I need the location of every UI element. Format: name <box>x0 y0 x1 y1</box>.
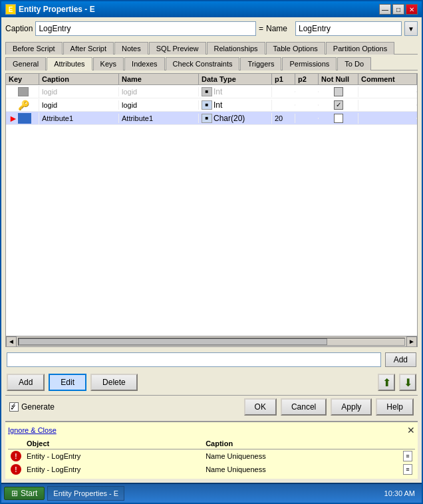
generate-checkbox[interactable]: ✓ <box>9 402 19 412</box>
move-down-button[interactable]: ⬇ <box>399 374 416 391</box>
ok-button[interactable]: OK <box>244 398 277 416</box>
warnings-col-caption: Caption <box>203 438 400 449</box>
close-button[interactable]: ✕ <box>406 4 418 15</box>
tabs-row2: General Attributes Keys Indexes Check Co… <box>5 57 418 70</box>
taskbar-item[interactable]: Entity Properties - E <box>47 486 124 501</box>
warning-row1-caption: Name Uniqueness <box>203 449 400 463</box>
inline-add-button[interactable]: Add <box>385 352 416 367</box>
add-button[interactable]: Add <box>7 374 45 391</box>
row3-key-cell <box>18 113 31 124</box>
window-icon: E <box>5 4 16 15</box>
row1-name: logid <box>119 87 199 96</box>
window-body: Caption = Name ▼ Before Script After Scr… <box>1 17 422 483</box>
header-datatype: Data Type <box>199 74 272 84</box>
row1-type: ■ Int <box>199 86 272 97</box>
warning-row1-object: Entity - LogEntry <box>24 449 203 463</box>
warning-row2-caption: Name Uniqueness <box>203 463 400 476</box>
row2-p2 <box>295 104 319 106</box>
warning-row[interactable]: ! Entity - LogEntry Name Uniqueness ≡ <box>8 449 415 463</box>
bottom-panel: Ignore & Close ✕ Object Caption ! <box>5 421 418 479</box>
warning-row1-doc: ≡ <box>400 449 415 463</box>
row3-type-icon: ■ <box>202 114 212 123</box>
row2-name: logid <box>119 100 199 110</box>
header-p2: p2 <box>295 74 319 84</box>
warning-row2-doc: ≡ <box>400 463 415 476</box>
row3-comment <box>358 118 417 119</box>
delete-button[interactable]: Delete <box>90 374 138 391</box>
row3-type: ■ Char(20) <box>199 113 272 124</box>
maximize-button[interactable]: □ <box>392 4 404 15</box>
header-caption: Caption <box>39 74 119 84</box>
close-panel-button[interactable]: ✕ <box>407 425 415 436</box>
name-label: Name <box>266 24 293 33</box>
row2-notnull-check <box>334 100 343 110</box>
row1-arrow: ► <box>9 86 17 97</box>
horizontal-scrollbar: ◄ ► <box>6 336 417 346</box>
apply-button[interactable]: Apply <box>331 398 372 416</box>
move-up-button[interactable]: ⬆ <box>378 374 395 391</box>
row3-notnull <box>319 113 358 124</box>
row1-type-icon: ■ <box>202 87 212 96</box>
row3-key: ► <box>6 112 39 124</box>
error-icon: ! <box>11 464 21 475</box>
up-arrow-icon: ⬆ <box>382 376 391 389</box>
table-row[interactable]: ► logid logid ■ Int <box>6 85 417 98</box>
table-row[interactable]: ► 🔑 logid logid ■ Int <box>6 98 417 112</box>
caption-label: Caption <box>5 24 33 33</box>
warnings-col-doc <box>400 438 415 449</box>
row1-caption: logid <box>39 87 119 96</box>
scroll-thumb[interactable] <box>19 338 327 345</box>
tab-notes[interactable]: Notes <box>114 42 148 55</box>
scroll-right[interactable]: ► <box>406 336 417 347</box>
table-row[interactable]: ► Attribute1 Attribute1 ■ Char(20) 20 <box>6 112 417 125</box>
row3-caption: Attribute1 <box>39 114 119 123</box>
tab-permissions[interactable]: Permissions <box>282 57 337 70</box>
row1-key: ► <box>6 86 39 98</box>
new-attribute-input[interactable] <box>7 352 381 367</box>
row2-notnull <box>319 100 358 110</box>
caption-name-row: Caption = Name ▼ <box>5 21 418 36</box>
tab-sql-preview[interactable]: SQL Preview <box>149 42 206 55</box>
down-arrow-icon: ⬇ <box>404 376 412 389</box>
row1-notnull <box>319 86 358 97</box>
table-header: Key Caption Name Data Type p1 p2 Not Nul… <box>6 74 417 85</box>
doc-icon[interactable]: ≡ <box>403 451 412 461</box>
tab-triggers[interactable]: Triggers <box>240 57 281 70</box>
scroll-left[interactable]: ◄ <box>6 336 17 347</box>
name-input[interactable] <box>295 21 402 36</box>
row1-comment <box>358 91 417 92</box>
tab-indexes[interactable]: Indexes <box>124 57 165 70</box>
tab-todo[interactable]: To Do <box>337 57 371 70</box>
header-notnull: Not Null <box>319 74 358 84</box>
cancel-button[interactable]: Cancel <box>281 398 327 416</box>
caption-input[interactable] <box>35 21 256 36</box>
row2-arrow: ► <box>9 100 17 110</box>
tab-relationships[interactable]: Relationships <box>207 42 265 55</box>
minimize-button[interactable]: — <box>379 4 391 15</box>
tab-attributes[interactable]: Attributes <box>47 57 92 70</box>
ignore-close-link[interactable]: Ignore & Close <box>8 426 57 434</box>
error-icon: ! <box>11 451 21 461</box>
start-button[interactable]: ⊞ Start <box>4 487 45 500</box>
warning-row2-object: Entity - LogEntry <box>24 463 203 476</box>
warning-row2-icon: ! <box>8 463 24 476</box>
generate-checkbox-row[interactable]: ✓ Generate <box>9 402 55 412</box>
tab-check-constraints[interactable]: Check Constraints <box>166 57 240 70</box>
scroll-track[interactable] <box>18 338 405 346</box>
tab-after-script[interactable]: After Script <box>63 42 114 55</box>
help-button[interactable]: Help <box>376 398 414 416</box>
doc-icon[interactable]: ≡ <box>403 464 412 475</box>
row1-p1 <box>272 91 295 92</box>
tab-keys[interactable]: Keys <box>93 57 124 70</box>
name-icon-button[interactable]: ▼ <box>404 21 418 36</box>
tab-table-options[interactable]: Table Options <box>266 42 325 55</box>
row1-notnull-check <box>334 87 343 96</box>
warning-row[interactable]: ! Entity - LogEntry Name Uniqueness ≡ <box>8 463 415 476</box>
title-bar-text: E Entity Properties - E <box>5 4 95 15</box>
edit-button[interactable]: Edit <box>49 374 86 391</box>
row2-type-icon: ■ <box>202 100 212 110</box>
tab-general[interactable]: General <box>5 57 46 70</box>
tab-partition-options[interactable]: Partition Options <box>326 42 394 55</box>
tab-before-script[interactable]: Before Script <box>5 42 63 55</box>
header-p1: p1 <box>272 74 295 84</box>
